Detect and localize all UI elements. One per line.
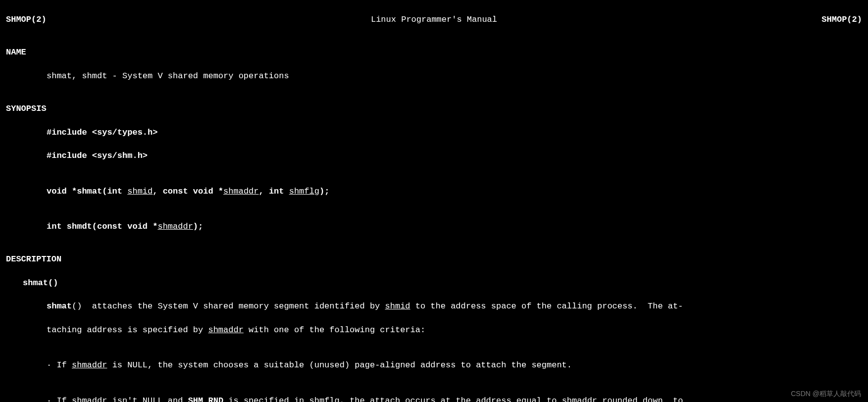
include-line-2: #include <sys/shm.h> [6,150,862,162]
description-para1: shmat() attaches the System V shared mem… [6,301,862,312]
section-name-label: NAME [6,47,862,58]
name-text: shmat, shmdt - System V shared memory op… [6,70,862,82]
header-left: SHMOP(2) [6,14,47,26]
prototype-shmdt: int shmdt(const void *shmaddr); [6,209,862,233]
shmat-subheading: shmat() [6,277,862,289]
prototype-shmat: void *shmat(int shmid, const void *shmad… [6,174,862,198]
manpage-header: SHMOP(2)Linux Programmer's ManualSHMOP(2… [6,14,862,26]
section-description-label: DESCRIPTION [6,253,862,265]
header-right: SHMOP(2) [821,14,862,26]
watermark-text: CSDN @稻草人敲代码 [791,389,861,399]
manpage-content: SHMOP(2)Linux Programmer's ManualSHMOP(2… [0,0,868,402]
bullet-1: · If shmaddr is NULL, the system chooses… [6,348,862,372]
header-center: Linux Programmer's Manual [371,14,497,26]
section-synopsis-label: SYNOPSIS [6,103,862,115]
include-line-1: #include <sys/types.h> [6,127,862,139]
description-para1-line2: taching address is specified by shmaddr … [6,324,862,336]
bullet-2: · If shmaddr isn't NULL and SHM_RND is s… [6,383,862,402]
